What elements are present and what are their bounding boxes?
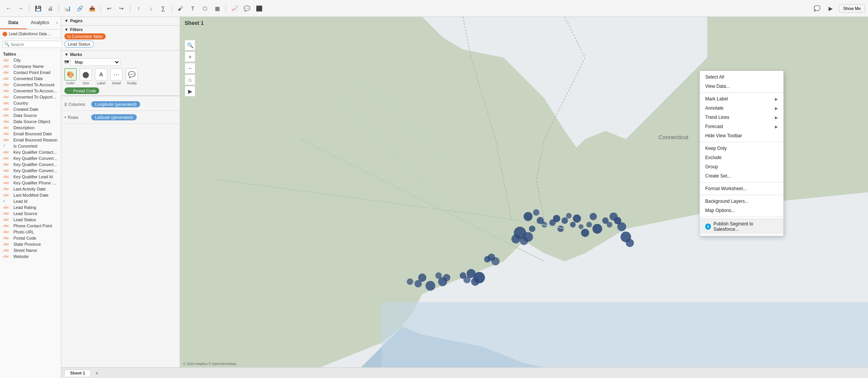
datasource-item[interactable]: ⬤ Lead (Salesforce Data ... bbox=[0, 30, 61, 38]
field-item-17[interactable]: AbcKey Qualifier Convert... bbox=[0, 161, 61, 168]
filters-collapse-icon[interactable]: ▼ bbox=[64, 27, 69, 32]
marks-size-label: Size bbox=[82, 81, 89, 85]
ctx-annotate[interactable]: Annotate ▶ bbox=[700, 104, 783, 113]
add-sheet-btn[interactable]: + bbox=[92, 369, 102, 377]
field-item-23[interactable]: #Lead Id bbox=[0, 198, 61, 204]
columns-pill[interactable]: Longitude (generated) bbox=[91, 101, 140, 107]
ctx-format-worksheet[interactable]: Format Worksheet... bbox=[700, 184, 783, 193]
ctx-keep-only[interactable]: Keep Only bbox=[700, 144, 783, 153]
field-item-2[interactable]: AbcContact Point Email bbox=[0, 69, 61, 76]
field-item-21[interactable]: AbcLast Activity Date bbox=[0, 186, 61, 192]
sheet-tab-1[interactable]: Sheet 1 bbox=[64, 370, 91, 376]
sum-button[interactable]: ∑ bbox=[158, 3, 169, 14]
filter-pill-status[interactable]: Lead Status bbox=[64, 41, 94, 48]
marks-postal-code-pill[interactable]: ⋯ Postal Code bbox=[64, 87, 99, 94]
field-item-5[interactable]: AbcConverted To Accoun... bbox=[0, 88, 61, 94]
ctx-select-all[interactable]: Select All bbox=[700, 72, 783, 82]
field-item-31[interactable]: AbcStreet Name bbox=[0, 247, 61, 253]
field-item-22[interactable]: AbcLast Modified Date bbox=[0, 192, 61, 198]
sort-desc-button[interactable]: ↓ bbox=[146, 3, 156, 14]
field-item-28[interactable]: AbcPhoto URL bbox=[0, 229, 61, 235]
field-item-11[interactable]: AbcDescription bbox=[0, 125, 61, 131]
search-map-btn[interactable]: 🔍 bbox=[185, 40, 195, 51]
field-item-29[interactable]: AbcPostal Code bbox=[0, 235, 61, 241]
search-input[interactable] bbox=[11, 42, 64, 47]
ctx-publish-salesforce[interactable]: S Publish Segment to Salesforce... bbox=[700, 219, 783, 234]
save-button[interactable]: 💾 bbox=[33, 3, 43, 14]
ctx-view-data[interactable]: View Data... bbox=[700, 82, 783, 91]
show-me-button[interactable]: Show Me bbox=[839, 4, 865, 13]
marks-icons-row: 🎨 Color ⬤ Size A Label ⋯ bbox=[64, 68, 177, 85]
ctx-create-set[interactable]: Create Set... bbox=[700, 171, 783, 181]
highlight-button[interactable]: 🖌 bbox=[175, 3, 186, 14]
zoom-in-btn[interactable]: + bbox=[185, 51, 195, 62]
pages-collapse-icon[interactable]: ▼ bbox=[64, 18, 69, 23]
comment-button[interactable]: 💭 bbox=[811, 3, 822, 14]
ctx-group[interactable]: Group bbox=[700, 162, 783, 171]
format-button[interactable]: ▦ bbox=[212, 3, 223, 14]
field-item-0[interactable]: AbcCity bbox=[0, 57, 61, 63]
ctx-exclude[interactable]: Exclude bbox=[700, 153, 783, 162]
present-button[interactable]: ▶ bbox=[825, 3, 836, 14]
print-button[interactable]: 🖨 bbox=[45, 3, 56, 14]
ctx-mark-label[interactable]: Mark Label ▶ bbox=[700, 94, 783, 104]
field-item-19[interactable]: AbcKey Qualifier Lead Id bbox=[0, 174, 61, 180]
field-item-26[interactable]: AbcLead Status bbox=[0, 217, 61, 223]
field-item-12[interactable]: AbcEmail Bounced Date bbox=[0, 131, 61, 137]
redo-button[interactable]: ↪ bbox=[116, 3, 127, 14]
home-btn[interactable]: ⌂ bbox=[185, 74, 195, 85]
field-item-6[interactable]: AbcConverted To Opport... bbox=[0, 94, 61, 100]
marks-size-btn[interactable]: ⬤ Size bbox=[80, 68, 92, 85]
ctx-hide-toolbar[interactable]: Hide View Toolbar bbox=[700, 131, 783, 140]
field-item-32[interactable]: AbcWebsite bbox=[0, 253, 61, 260]
marks-detail-btn[interactable]: ⋯ Detail bbox=[110, 68, 123, 85]
field-item-4[interactable]: AbcConverted To Account bbox=[0, 82, 61, 88]
field-item-30[interactable]: AbcState Province bbox=[0, 241, 61, 247]
svg-point-19 bbox=[593, 224, 603, 234]
zoom-out-btn[interactable]: − bbox=[185, 63, 195, 74]
field-item-24[interactable]: AbcLead Rating bbox=[0, 204, 61, 210]
back-button[interactable]: ← bbox=[3, 3, 14, 14]
marks-label-btn[interactable]: A Label bbox=[95, 68, 107, 85]
field-item-9[interactable]: AbcData Source bbox=[0, 112, 61, 118]
font-button[interactable]: T bbox=[187, 3, 198, 14]
new-data-button[interactable]: 📊 bbox=[62, 3, 73, 14]
field-item-16[interactable]: AbcKey Qualifier Convert... bbox=[0, 155, 61, 161]
field-item-25[interactable]: AbcLead Source bbox=[0, 210, 61, 217]
marks-collapse-icon[interactable]: ▼ bbox=[64, 52, 69, 57]
field-item-10[interactable]: AbcData Source Object bbox=[0, 118, 61, 125]
tab-analytics[interactable]: Analytics bbox=[27, 17, 54, 29]
sort-asc-button[interactable]: ↑ bbox=[133, 3, 144, 14]
ctx-background-layers[interactable]: Background Layers... bbox=[700, 197, 783, 206]
svg-point-43 bbox=[426, 281, 436, 291]
left-panel-close[interactable]: ‹ bbox=[53, 17, 61, 29]
tooltip-button[interactable]: 💬 bbox=[241, 3, 252, 14]
field-item-15[interactable]: AbcKey Qualifier Contact... bbox=[0, 149, 61, 155]
field-item-3[interactable]: AbcConverted Date bbox=[0, 76, 61, 82]
field-item-8[interactable]: AbcCreated Date bbox=[0, 106, 61, 112]
border-button[interactable]: ⬡ bbox=[200, 3, 210, 14]
field-item-13[interactable]: AbcEmail Bounced Reason bbox=[0, 137, 61, 143]
field-item-14[interactable]: TIs Converted bbox=[0, 143, 61, 149]
field-item-18[interactable]: AbcKey Qualifier Convert... bbox=[0, 168, 61, 174]
marks-type-select[interactable]: Map Bar Line Circle bbox=[70, 58, 120, 66]
undo-button[interactable]: ↩ bbox=[104, 3, 115, 14]
filter-pill-converted[interactable]: Is Converted: false bbox=[64, 33, 106, 39]
chart-type-button[interactable]: 📈 bbox=[229, 3, 240, 14]
marks-color-btn[interactable]: 🎨 Color bbox=[64, 68, 77, 85]
caption-button[interactable]: ⬛ bbox=[254, 3, 264, 14]
connect-data-button[interactable]: 🔗 bbox=[74, 3, 85, 14]
field-item-1[interactable]: AbcCompany Name bbox=[0, 63, 61, 69]
ctx-map-options[interactable]: Map Options... bbox=[700, 206, 783, 215]
ctx-forecast[interactable]: Forecast ▶ bbox=[700, 122, 783, 131]
extract-button[interactable]: 📤 bbox=[87, 3, 97, 14]
marks-tooltip-btn[interactable]: 💬 Tooltip bbox=[126, 68, 138, 85]
field-item-27[interactable]: AbcPhone Contact Point bbox=[0, 223, 61, 229]
expand-btn[interactable]: ▶ bbox=[185, 86, 195, 97]
rows-pill[interactable]: Latitude (generated) bbox=[91, 114, 137, 120]
field-item-20[interactable]: AbcKey Qualifier Phone C... bbox=[0, 180, 61, 186]
field-item-7[interactable]: AbcCountry bbox=[0, 100, 61, 106]
ctx-trend-lines[interactable]: Trend Lines ▶ bbox=[700, 113, 783, 122]
forward-button[interactable]: → bbox=[15, 3, 26, 14]
tab-data[interactable]: Data bbox=[0, 17, 27, 29]
